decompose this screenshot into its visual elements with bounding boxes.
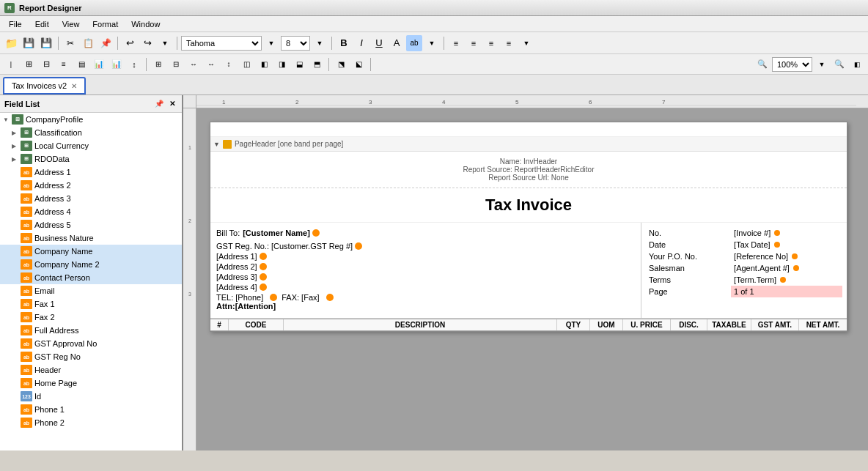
format-dropdown[interactable]: ▼	[424, 35, 440, 51]
tb2-btn13[interactable]: ↕	[221, 56, 237, 73]
canvas-wrapper[interactable]: 1 2 3 4 5 6 7 1	[183, 95, 868, 450]
save-as-button[interactable]: 💾	[38, 35, 54, 51]
info-row-1: Date [Tax Date]	[646, 239, 842, 251]
tel-value: TEL: [Phone]	[216, 293, 263, 302]
tree-phone1[interactable]: ▶ ab Phone 1	[0, 403, 182, 416]
highlight-button[interactable]: ab	[406, 35, 422, 51]
tree-local-currency[interactable]: ▶ ⊞ Local Currency	[0, 139, 182, 152]
tree-home-page[interactable]: ▶ ab Home Page	[0, 377, 182, 390]
tab-tax-invoices-v2[interactable]: Tax Invoices v2 ✕	[3, 77, 86, 94]
menu-edit[interactable]: Edit	[29, 18, 55, 30]
pin-button[interactable]: 📌	[154, 99, 164, 109]
tb2-btn3[interactable]: ⊟	[38, 56, 54, 73]
close-panel-button[interactable]: ✕	[167, 99, 177, 109]
tb2-btn1[interactable]: |	[3, 56, 19, 73]
font-dropdown-button[interactable]: ▼	[263, 35, 279, 51]
zoom-out-button[interactable]: 🔍	[754, 56, 770, 73]
top-margin	[210, 122, 847, 137]
zoom-select[interactable]: 100%	[772, 57, 812, 72]
tb2-btn8[interactable]: ↕	[126, 56, 142, 73]
underline-button[interactable]: U	[371, 35, 387, 51]
tree-company-name[interactable]: ▶ ab Company Name	[0, 245, 182, 258]
tree-phone2[interactable]: ▶ ab Phone 2	[0, 416, 182, 429]
tb2-btn5[interactable]: ▤	[73, 56, 89, 73]
address2-label: Address 2	[34, 181, 71, 190]
bold-button[interactable]: B	[336, 35, 352, 51]
tb2-btn18[interactable]: ⬒	[309, 56, 325, 73]
zoom-extra[interactable]: ◧	[849, 56, 865, 73]
italic-button[interactable]: I	[353, 35, 369, 51]
font-size-select[interactable]: 8	[281, 36, 310, 51]
tree-address5[interactable]: ▶ ab Address 5	[0, 218, 182, 231]
tb2-btn10[interactable]: ⊟	[168, 56, 184, 73]
menu-format[interactable]: Format	[87, 18, 124, 30]
cut-button[interactable]: ✂	[62, 35, 78, 51]
justify-button[interactable]: ≡	[501, 35, 517, 51]
tb2-btn6[interactable]: 📊	[91, 56, 107, 73]
align-center-button[interactable]: ≡	[466, 35, 482, 51]
tb2-btn4[interactable]: ≡	[56, 56, 72, 73]
tb2-btn12[interactable]: ↔	[203, 56, 219, 73]
header-info-line2: Report Source: ReportHeaderRichEditor	[216, 166, 841, 174]
tb2-btn19[interactable]: ⬔	[333, 56, 349, 73]
tb2-btn2[interactable]: ⊞	[21, 56, 37, 73]
zoom-dropdown[interactable]: ▼	[814, 56, 830, 73]
tb2-btn11[interactable]: ↔	[185, 56, 202, 73]
tree-fax2[interactable]: ▶ ab Fax 2	[0, 311, 182, 324]
dropdown-button[interactable]: ▼	[157, 35, 173, 51]
color-button[interactable]: A	[389, 35, 405, 51]
tb2-btn20[interactable]: ⬕	[350, 56, 367, 73]
zoom-in-button[interactable]: 🔍	[831, 56, 847, 73]
tb2-btn15[interactable]: ◧	[256, 56, 272, 73]
open-button[interactable]: 📁	[3, 35, 19, 51]
ruler-mark-1: 1	[183, 145, 196, 150]
tree-fax1[interactable]: ▶ ab Fax 1	[0, 297, 182, 311]
tree-address2[interactable]: ▶ ab Address 2	[0, 179, 182, 192]
tree-address3[interactable]: ▶ ab Address 3	[0, 192, 182, 205]
tb2-btn9[interactable]: ⊞	[150, 56, 166, 73]
tab-close-button[interactable]: ✕	[71, 82, 77, 90]
tree-address4[interactable]: ▶ ab Address 4	[0, 205, 182, 218]
tree-rdodata[interactable]: ▶ ⊞ RDOData	[0, 152, 182, 166]
save-button[interactable]: 💾	[21, 35, 37, 51]
attn-value: Attn:[Attention]	[216, 302, 276, 311]
tree-gst-reg[interactable]: ▶ ab GST Reg No	[0, 350, 182, 363]
menu-file[interactable]: File	[3, 18, 28, 30]
menu-window[interactable]: Window	[125, 18, 166, 30]
align-dropdown[interactable]: ▼	[518, 35, 534, 51]
size-dropdown-button[interactable]: ▼	[312, 35, 328, 51]
band-collapse-arrow[interactable]: ▼	[213, 141, 220, 148]
address4-row: [Address 4]	[216, 283, 635, 292]
ruler-horizontal: 1 2 3 4 5 6 7	[196, 95, 868, 108]
tree-business-nature[interactable]: ▶ ab Business Nature	[0, 231, 182, 245]
tree-address1[interactable]: ▶ ab Address 1	[0, 166, 182, 179]
panel-header: Field List 📌 ✕	[0, 95, 182, 113]
undo-button[interactable]: ↩	[122, 35, 138, 51]
tb2-btn17[interactable]: ⬓	[291, 56, 307, 73]
tb2-btn16[interactable]: ◨	[273, 56, 290, 73]
font-select[interactable]: Tahoma	[181, 36, 262, 51]
tree-company-name2[interactable]: ▶ ab Company Name 2	[0, 258, 182, 271]
band-icon	[223, 140, 232, 149]
align-left-button[interactable]: ≡	[448, 35, 464, 51]
tree-gst-approval[interactable]: ▶ ab GST Approval No	[0, 337, 182, 350]
field-icon: ab	[21, 299, 32, 309]
tb2-btn14[interactable]: ◫	[238, 56, 254, 73]
tree-classification[interactable]: ▶ ⊞ Classification	[0, 126, 182, 139]
col-description: DESCRIPTION	[284, 319, 557, 330]
field-list-panel: Field List 📌 ✕ ▼ ⊞ CompanyProfile ▶ ⊞ Cl…	[0, 95, 183, 450]
align-right-button[interactable]: ≡	[483, 35, 499, 51]
menu-view[interactable]: View	[56, 18, 86, 30]
tb2-btn7[interactable]: 📊	[108, 56, 125, 73]
tree-root-companyprofile[interactable]: ▼ ⊞ CompanyProfile	[0, 113, 182, 126]
tree-header[interactable]: ▶ ab Header	[0, 363, 182, 377]
redo-button[interactable]: ↪	[139, 35, 155, 51]
header-info-line1: Name: InvHeader	[216, 157, 841, 166]
tree-contact-person[interactable]: ▶ ab Contact Person	[0, 271, 182, 284]
field-icon: ab	[21, 233, 32, 243]
tree-email[interactable]: ▶ ab Email	[0, 284, 182, 297]
paste-button[interactable]: 📌	[98, 35, 114, 51]
tree-id[interactable]: ▶ 123 Id	[0, 390, 182, 403]
tree-full-address[interactable]: ▶ ab Full Address	[0, 324, 182, 337]
copy-button[interactable]: 📋	[80, 35, 96, 51]
